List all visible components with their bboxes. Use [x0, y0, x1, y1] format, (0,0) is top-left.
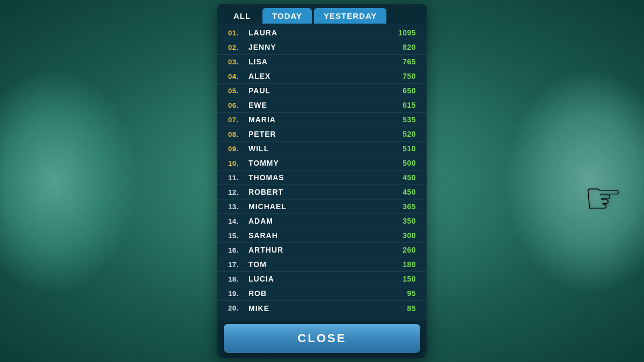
- rank-label: 07.: [228, 116, 248, 124]
- rank-label: 01.: [228, 29, 248, 37]
- table-row: 18.LUCIA150: [217, 272, 427, 286]
- player-name: THOMAS: [248, 173, 394, 182]
- tab-today[interactable]: TODAY: [262, 8, 312, 24]
- player-name: MARIA: [248, 115, 394, 124]
- rank-label: 20.: [228, 304, 248, 312]
- player-name: ADAM: [248, 217, 394, 225]
- table-row: 12.ROBERT450: [217, 185, 427, 200]
- player-name: MIKE: [248, 304, 394, 313]
- player-name: ALEX: [248, 72, 394, 80]
- rank-label: 18.: [228, 275, 248, 283]
- player-name: JENNY: [248, 43, 394, 51]
- rank-label: 04.: [228, 72, 248, 80]
- player-score: 750: [394, 72, 416, 80]
- rank-label: 12.: [228, 188, 248, 196]
- rank-label: 02.: [228, 43, 248, 51]
- player-score: 450: [394, 173, 416, 182]
- player-name: TOM: [248, 260, 394, 269]
- player-name: ROB: [248, 289, 394, 298]
- player-score: 535: [394, 115, 416, 124]
- table-row: 13.MICHAEL365: [217, 200, 427, 214]
- table-row: 16.ARTHUR260: [217, 243, 427, 257]
- player-score: 520: [394, 130, 416, 138]
- rank-label: 10.: [228, 159, 248, 167]
- rank-label: 06.: [228, 101, 248, 109]
- player-score: 500: [394, 159, 416, 167]
- rank-label: 14.: [228, 217, 248, 225]
- player-score: 820: [394, 43, 416, 51]
- table-row: 20.MIKE85: [217, 301, 427, 315]
- cursor-hand-icon: ☞: [584, 177, 623, 220]
- tab-yesterday[interactable]: YESTERDAY: [314, 8, 386, 24]
- table-row: 01.LAURA1095: [217, 26, 427, 40]
- leaderboard-panel: ALL TODAY YESTERDAY 01.LAURA109502.JENNY…: [217, 4, 427, 358]
- player-score: 85: [394, 304, 416, 313]
- table-row: 10.TOMMY500: [217, 156, 427, 171]
- player-score: 365: [394, 202, 416, 211]
- table-row: 03.LISA765: [217, 55, 427, 69]
- player-name: WILL: [248, 144, 394, 153]
- player-score: 1095: [394, 28, 416, 37]
- rank-label: 16.: [228, 246, 248, 254]
- table-row: 02.JENNY820: [217, 40, 427, 55]
- close-button[interactable]: CLOSE: [224, 324, 420, 353]
- player-score: 765: [394, 57, 416, 66]
- player-score: 300: [394, 231, 416, 240]
- player-name: MICHAEL: [248, 202, 394, 211]
- player-name: EWE: [248, 101, 394, 109]
- rank-label: 19.: [228, 290, 248, 298]
- player-score: 615: [394, 101, 416, 109]
- table-row: 07.MARIA535: [217, 113, 427, 127]
- table-row: 09.WILL510: [217, 142, 427, 156]
- rank-label: 13.: [228, 203, 248, 211]
- player-score: 450: [394, 188, 416, 196]
- player-name: ROBERT: [248, 188, 394, 196]
- player-score: 260: [394, 246, 416, 254]
- player-score: 650: [394, 86, 416, 95]
- rank-label: 08.: [228, 130, 248, 138]
- table-row: 05.PAUL650: [217, 84, 427, 98]
- rank-label: 15.: [228, 232, 248, 240]
- table-row: 11.THOMAS450: [217, 171, 427, 185]
- player-name: LUCIA: [248, 275, 394, 283]
- player-name: LAURA: [248, 28, 394, 37]
- player-name: PETER: [248, 130, 394, 138]
- tab-all[interactable]: ALL: [224, 8, 260, 24]
- table-row: 19.ROB95: [217, 286, 427, 301]
- table-row: 14.ADAM350: [217, 214, 427, 228]
- rank-label: 09.: [228, 145, 248, 153]
- table-row: 17.TOM180: [217, 257, 427, 272]
- player-name: TOMMY: [248, 159, 394, 167]
- player-name: PAUL: [248, 86, 394, 95]
- table-row: 15.SARAH300: [217, 228, 427, 243]
- rank-label: 03.: [228, 58, 248, 66]
- table-row: 06.EWE615: [217, 98, 427, 113]
- player-score: 150: [394, 275, 416, 283]
- table-row: 08.PETER520: [217, 127, 427, 142]
- player-name: SARAH: [248, 231, 394, 240]
- rank-label: 11.: [228, 174, 248, 182]
- player-name: ARTHUR: [248, 246, 394, 254]
- player-score: 350: [394, 217, 416, 225]
- rank-label: 17.: [228, 261, 248, 269]
- player-score: 180: [394, 260, 416, 269]
- leaderboard-list: 01.LAURA109502.JENNY82003.LISA76504.ALEX…: [217, 24, 427, 320]
- table-row: 04.ALEX750: [217, 69, 427, 84]
- background-blob-right: [504, 69, 644, 294]
- tab-bar: ALL TODAY YESTERDAY: [217, 4, 427, 24]
- background-blob-left: [0, 69, 140, 294]
- player-score: 95: [394, 289, 416, 298]
- player-name: LISA: [248, 57, 394, 66]
- player-score: 510: [394, 144, 416, 153]
- rank-label: 05.: [228, 87, 248, 95]
